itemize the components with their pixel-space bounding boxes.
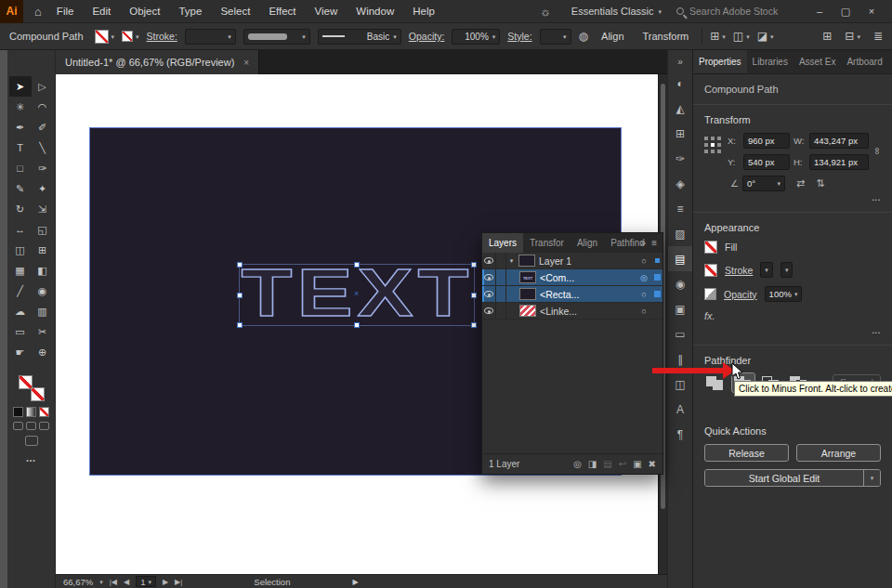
slice-tool[interactable]: ✂ <box>32 321 54 342</box>
opacity-dropdown[interactable]: 100% ▾ <box>452 29 500 45</box>
layers-panel-tab[interactable]: Layers <box>482 233 523 253</box>
selection-handle[interactable] <box>237 262 243 268</box>
transform-button[interactable]: Transform <box>637 31 695 42</box>
artboards-icon[interactable]: ▭ <box>668 321 692 346</box>
more-options-icon[interactable]: ••• <box>704 197 881 203</box>
blend-tool[interactable]: ◉ <box>32 281 54 301</box>
style-label[interactable]: Style: <box>507 31 531 42</box>
symbol-sprayer-tool[interactable]: ☁ <box>9 301 32 321</box>
search-input[interactable] <box>689 6 792 17</box>
toolbar-scrollbar[interactable] <box>0 50 7 588</box>
lasso-tool[interactable]: ◠ <box>32 97 54 117</box>
lock-toggle[interactable] <box>496 303 506 319</box>
more-options-icon[interactable]: ••• <box>704 330 881 335</box>
screen-mode-button[interactable] <box>7 436 55 446</box>
none-fill-icon[interactable] <box>39 407 49 417</box>
panel-menu-icon[interactable]: ≣ <box>873 30 883 43</box>
start-global-edit-button[interactable]: Start Global Edit ▾ <box>704 469 881 487</box>
opacity-label[interactable]: Opacity: <box>409 31 445 42</box>
flip-horizontal-icon[interactable]: ⇄ <box>796 177 805 189</box>
selection-indicator[interactable] <box>651 291 662 297</box>
fill-swatch-icon[interactable] <box>19 375 33 389</box>
artboard-tool[interactable]: ▭ <box>9 321 32 342</box>
graphic-styles-icon[interactable]: ▣ <box>668 296 692 321</box>
expand-layer-icon[interactable]: ▾ <box>506 257 517 265</box>
eyedropper-tool[interactable]: ╱ <box>9 281 32 301</box>
menu-item[interactable]: File <box>47 0 84 23</box>
menu-item[interactable]: Object <box>120 0 169 23</box>
stroke-swatch-icon[interactable] <box>704 264 717 277</box>
selection-handle[interactable] <box>471 262 477 268</box>
reverse-order-icon[interactable]: ↩ <box>619 459 626 469</box>
home-icon[interactable]: ⌂ <box>34 5 42 19</box>
selection-handle[interactable] <box>237 322 243 328</box>
stroke-icon[interactable]: ≡ <box>668 196 692 221</box>
panel-tab[interactable]: Libraries <box>747 50 794 74</box>
layer-row[interactable]: TEXT <Com... ◎ <box>482 269 662 286</box>
maximize-button[interactable]: ▢ <box>833 0 859 23</box>
target-circle-icon[interactable]: ○ <box>636 256 651 266</box>
align-button[interactable]: Align <box>596 31 629 42</box>
style-dropdown[interactable]: ▾ <box>540 29 571 45</box>
rotation-field[interactable]: 0° ▾ <box>742 176 785 191</box>
pencil-tool[interactable]: ✎ <box>9 178 32 199</box>
shaper-tool[interactable]: ✦ <box>32 178 54 199</box>
swatches-icon[interactable]: ⊞ <box>668 121 692 146</box>
menu-item[interactable]: Type <box>169 0 211 23</box>
fill-color-dropdown[interactable]: ▾ <box>95 30 115 44</box>
new-layer-icon[interactable]: ▣ <box>633 459 641 469</box>
selection-handle[interactable] <box>471 322 477 328</box>
app-logo-icon[interactable]: Ai <box>0 0 23 23</box>
y-field[interactable]: 540 px <box>743 154 790 170</box>
lock-toggle[interactable] <box>496 286 506 302</box>
stroke-weight-dropdown[interactable]: ▾ <box>185 29 236 45</box>
gradient-fill-icon[interactable] <box>26 407 36 417</box>
selection-bounding-box[interactable]: × <box>239 264 475 326</box>
scale-tool[interactable]: ⇲ <box>32 199 54 219</box>
next-artboard-button[interactable]: ▶ <box>163 578 168 586</box>
workspace-grid-icon[interactable]: ⊞ <box>822 30 832 43</box>
draw-inside-icon[interactable] <box>39 422 49 430</box>
zoom-level[interactable]: 66,67% <box>63 577 93 587</box>
visibility-toggle[interactable] <box>482 253 496 268</box>
layer-thumbnail[interactable]: TEXT <box>519 271 536 283</box>
column-graph-tool[interactable]: ▥ <box>32 301 54 321</box>
layer-row[interactable]: <Recta... ○ <box>482 286 662 303</box>
visibility-toggle[interactable] <box>482 286 496 302</box>
status-expand-icon[interactable]: ▶ <box>352 578 358 586</box>
free-transform-tool[interactable]: ◱ <box>32 219 54 240</box>
menu-item[interactable]: Select <box>211 0 259 23</box>
line-segment-tool[interactable]: ╲ <box>32 137 54 158</box>
opacity-dropdown[interactable]: 100% ▾ <box>765 286 803 302</box>
paragraph-icon[interactable]: ¶ <box>668 422 692 447</box>
expand-panels-icon[interactable]: » <box>668 54 692 71</box>
color-icon[interactable]: ◐ <box>668 71 692 96</box>
panel-menu-icon[interactable]: ≡ <box>651 238 657 248</box>
magic-wand-tool[interactable]: ✳ <box>9 97 32 117</box>
menu-item[interactable]: Help <box>403 0 444 23</box>
selection-indicator[interactable] <box>651 258 662 263</box>
lock-toggle[interactable] <box>496 269 506 285</box>
rotate-tool[interactable]: ↻ <box>9 199 32 219</box>
character-icon[interactable]: A <box>668 397 692 422</box>
target-circle-icon[interactable]: ◎ <box>636 273 651 282</box>
previous-artboard-button[interactable]: ◀ <box>124 578 129 586</box>
stroke-swatch-icon[interactable] <box>31 387 45 401</box>
symbols-icon[interactable]: ◈ <box>668 171 692 196</box>
lock-toggle[interactable] <box>496 253 506 268</box>
gradient-icon[interactable]: ▨ <box>668 221 692 246</box>
close-button[interactable]: × <box>859 0 885 23</box>
artboard-navigation-field[interactable]: 1 ▾ <box>136 576 156 587</box>
draw-normal-icon[interactable] <box>13 422 23 430</box>
locate-object-icon[interactable]: ◎ <box>573 459 582 469</box>
target-circle-icon[interactable]: ○ <box>636 290 651 299</box>
rectangle-tool[interactable]: □ <box>9 158 32 178</box>
pathfinder-icon[interactable]: ◫ <box>668 372 692 397</box>
visibility-toggle[interactable] <box>482 303 496 319</box>
menu-item[interactable]: View <box>306 0 348 23</box>
more-tabs-icon[interactable]: » <box>641 238 647 248</box>
brush-definition-dropdown[interactable]: Basic ▾ <box>318 29 401 45</box>
layer-name[interactable]: <Com... <box>540 272 636 283</box>
stroke-color-dropdown[interactable]: ▾ <box>122 31 139 42</box>
color-guide-icon[interactable]: ◭ <box>668 96 692 121</box>
